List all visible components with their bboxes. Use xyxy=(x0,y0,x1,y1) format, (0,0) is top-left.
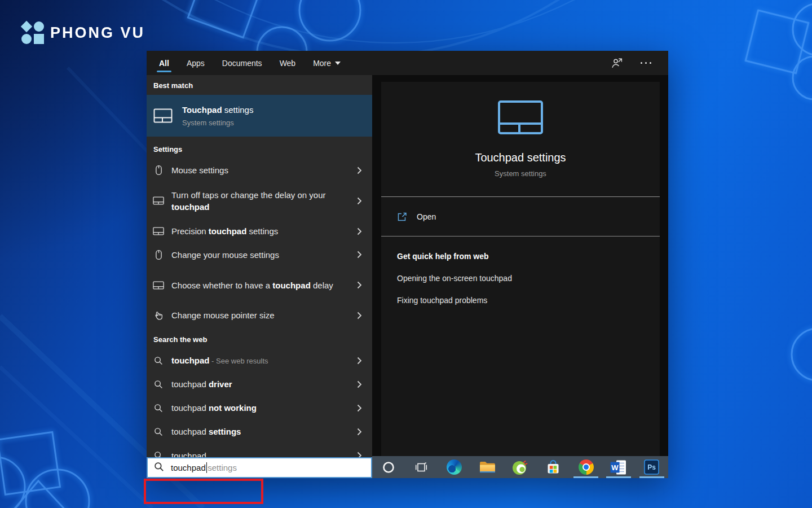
taskbar: W Ps xyxy=(372,456,668,478)
edge-icon xyxy=(447,459,462,475)
result-change-mouse-settings[interactable]: Change your mouse settings xyxy=(147,243,372,266)
chevron-right-icon[interactable] xyxy=(357,452,362,457)
more-options-icon[interactable] xyxy=(641,62,651,64)
tab-more-label: More xyxy=(313,59,331,68)
phongvu-logo-mark xyxy=(21,21,44,44)
web-result-partial[interactable]: touchpad xyxy=(147,444,372,457)
chevron-right-icon[interactable] xyxy=(357,197,362,205)
open-icon xyxy=(397,212,407,222)
search-input[interactable]: touchpad settings xyxy=(147,457,372,478)
svg-text:Ps: Ps xyxy=(647,463,656,471)
taskbar-cortana-button[interactable] xyxy=(372,456,405,478)
open-label: Open xyxy=(417,212,436,221)
best-match-subtitle: System settings xyxy=(182,119,253,127)
chevron-right-icon[interactable] xyxy=(357,251,362,259)
coccoc-browser-icon xyxy=(512,459,528,475)
search-icon xyxy=(151,427,166,436)
chevron-right-icon[interactable] xyxy=(357,281,362,289)
task-view-icon xyxy=(414,461,428,474)
microsoft-store-icon xyxy=(546,460,561,475)
result-precision-touchpad[interactable]: Precision touchpad settings xyxy=(147,220,372,243)
tab-all[interactable]: All xyxy=(159,51,169,75)
chevron-right-icon[interactable] xyxy=(357,227,362,235)
sign-in-options-icon[interactable] xyxy=(611,58,624,69)
logo-circle-shape xyxy=(21,34,32,44)
result-label: touchpad not working xyxy=(171,402,334,414)
best-match-result[interactable]: Touchpad settings System settings xyxy=(147,95,372,137)
result-label: Mouse settings xyxy=(171,164,334,176)
touchpad-icon xyxy=(151,196,166,205)
text-cursor xyxy=(206,462,208,473)
taskbar-photoshop-button[interactable]: Ps xyxy=(636,456,668,478)
touchpad-icon xyxy=(153,108,173,123)
result-label: Change your mouse settings xyxy=(171,249,334,261)
taskbar-file-explorer-button[interactable] xyxy=(471,456,504,478)
logo-square-shape xyxy=(34,34,44,44)
search-icon xyxy=(151,404,166,413)
taskbar-store-button[interactable] xyxy=(537,456,570,478)
touchpad-icon-large xyxy=(498,100,543,134)
svg-text:W: W xyxy=(612,463,619,472)
desktop-background: PHONG VU All Apps Documents Web More xyxy=(0,0,812,508)
chevron-right-icon[interactable] xyxy=(357,404,362,412)
search-icon xyxy=(151,356,166,365)
result-label: Turn off taps or change the delay on you… xyxy=(171,189,334,213)
preview-subtitle: System settings xyxy=(381,169,660,178)
result-label: touchpad - See web results xyxy=(171,354,334,367)
search-icon xyxy=(151,451,166,457)
best-match-title: Touchpad settings xyxy=(182,105,253,115)
tab-apps[interactable]: Apps xyxy=(187,51,205,75)
tab-documents[interactable]: Documents xyxy=(222,51,262,75)
help-section-header: Get quick help from web xyxy=(381,252,660,261)
result-label: touchpad settings xyxy=(171,426,334,438)
search-results-panel: Best match Touchpad settings System sett… xyxy=(147,75,372,478)
mouse-icon xyxy=(151,165,166,176)
result-touchpad-delay[interactable]: Choose whether to have a touchpad delay xyxy=(147,266,372,304)
web-result-touchpad-driver[interactable]: touchpad driver xyxy=(147,373,372,396)
taskbar-word-button[interactable]: W xyxy=(602,456,635,478)
preview-panel: Touchpad settings System settings Open xyxy=(372,75,668,456)
logo-circle-shape xyxy=(34,21,44,32)
windows-search-window: All Apps Documents Web More xyxy=(147,51,668,478)
touchpad-icon xyxy=(151,281,166,290)
help-link-onscreen-touchpad[interactable]: Opening the on-screen touchpad xyxy=(381,274,660,283)
chevron-right-icon[interactable] xyxy=(357,312,362,319)
tab-more[interactable]: More xyxy=(313,51,341,75)
chevron-right-icon[interactable] xyxy=(357,428,362,436)
tab-web[interactable]: Web xyxy=(280,51,296,75)
chevron-right-icon[interactable] xyxy=(357,167,362,174)
section-header-search-web: Search the web xyxy=(147,327,372,349)
search-input-value: touchpad xyxy=(171,463,206,472)
taskbar-task-view-button[interactable] xyxy=(405,456,438,478)
result-pointer-size[interactable]: Change mouse pointer size xyxy=(147,304,372,327)
search-filter-bar: All Apps Documents Web More xyxy=(147,51,668,75)
chevron-right-icon[interactable] xyxy=(357,380,362,388)
search-inline-suggestion: settings xyxy=(208,463,237,472)
preview-title: Touchpad settings xyxy=(381,151,660,164)
taskbar-coccoc-button[interactable] xyxy=(504,456,536,478)
divider xyxy=(381,236,660,237)
result-turn-off-taps[interactable]: Turn off taps or change the delay on you… xyxy=(147,182,372,220)
preview-card: Touchpad settings System settings xyxy=(381,82,660,178)
hand-pointer-icon xyxy=(151,310,166,321)
help-link-fixing-problems[interactable]: Fixing touchpad problems xyxy=(381,296,660,305)
cortana-icon xyxy=(382,461,395,474)
section-header-settings: Settings xyxy=(147,137,372,159)
taskbar-edge-button[interactable] xyxy=(438,456,471,478)
section-header-best-match: Best match xyxy=(147,75,372,95)
result-label: touchpad xyxy=(171,450,334,458)
result-label: touchpad driver xyxy=(171,378,334,391)
web-result-touchpad[interactable]: touchpad - See web results xyxy=(147,349,372,373)
result-mouse-settings[interactable]: Mouse settings xyxy=(147,159,372,182)
web-result-touchpad-settings[interactable]: touchpad settings xyxy=(147,420,372,444)
chrome-icon xyxy=(579,459,594,475)
open-action[interactable]: Open xyxy=(381,197,660,236)
brand-name: PHONG VU xyxy=(50,24,145,42)
taskbar-chrome-button[interactable] xyxy=(570,456,602,478)
chevron-right-icon[interactable] xyxy=(357,357,362,365)
search-icon xyxy=(154,462,164,474)
web-result-touchpad-not-working[interactable]: touchpad not working xyxy=(147,396,372,420)
photoshop-icon: Ps xyxy=(644,459,659,475)
result-label: Choose whether to have a touchpad delay xyxy=(171,279,334,291)
file-explorer-icon xyxy=(479,461,496,474)
